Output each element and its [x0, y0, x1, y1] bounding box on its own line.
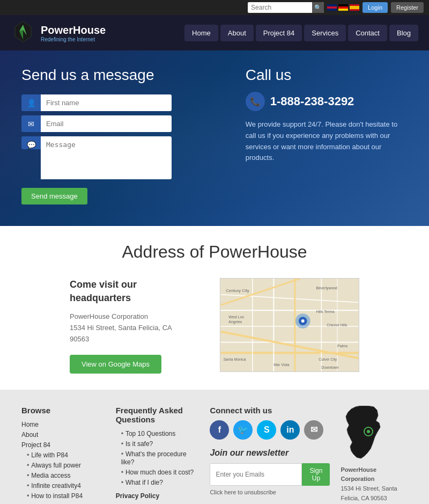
nav-blog[interactable]: Blog — [389, 25, 418, 41]
email-icon: ✉ — [21, 115, 41, 132]
faq-4[interactable]: How much does it cost? — [125, 469, 194, 476]
flag-uk[interactable] — [327, 4, 337, 11]
social-icons: f 🐦 S in ✉ — [210, 420, 330, 440]
flag-icons — [327, 4, 359, 11]
svg-point-32 — [367, 430, 370, 433]
california-shape — [341, 406, 383, 459]
svg-text:Century City: Century City — [226, 288, 249, 293]
email-field: ✉ — [21, 115, 172, 132]
top-bar: 🔍 Login Register — [0, 0, 429, 15]
search-button[interactable]: 🔍 — [312, 2, 324, 13]
visit-title: Come visit our headquarters — [70, 278, 188, 305]
register-button[interactable]: Register — [391, 2, 424, 13]
hero-section: Send us a message 👤 ✉ 💬 Send message Cal… — [0, 50, 429, 226]
svg-text:Santa Monica: Santa Monica — [223, 357, 246, 361]
contact-title: Send us a message — [21, 67, 224, 84]
logo-name: PowerHouse — [41, 24, 106, 36]
svg-text:Downtown: Downtown — [321, 366, 338, 369]
company-address: PowerHouse Corporation 1534 Hi Street, S… — [70, 311, 188, 345]
footer-sub-2[interactable]: Always full power — [31, 462, 81, 469]
faq-5[interactable]: What if I die? — [125, 479, 163, 486]
firstname-input[interactable] — [41, 94, 172, 111]
newsletter-wrap: Sign Up — [210, 463, 330, 486]
footer-privacy[interactable]: Privacy Policy — [116, 492, 159, 500]
other-links: Privacy Policy Sitemap Job Opportunities… — [116, 492, 199, 504]
flag-de[interactable] — [338, 4, 348, 11]
address-title: Address of PowerHouse — [21, 242, 408, 262]
footer-sub-3[interactable]: Media access — [31, 472, 70, 479]
nav-home[interactable]: Home — [184, 25, 218, 41]
nav-project84[interactable]: Project 84 — [256, 25, 302, 41]
browse-list: Home About Project 84 Life with P84 Alwa… — [21, 420, 105, 504]
footer-home[interactable]: Home — [21, 421, 39, 428]
svg-point-18 — [301, 319, 305, 323]
footer-project84[interactable]: Project 84 — [21, 441, 50, 449]
footer-sub-4[interactable]: Infinite creativity4 — [31, 482, 81, 490]
svg-text:Palms: Palms — [337, 345, 348, 348]
footer-address: PowerHouse Corporation 1534 Hi Street, S… — [341, 465, 408, 503]
footer-about[interactable]: About — [21, 431, 38, 439]
connect-column: Connect with us f 🐦 S in ✉ Join our news… — [210, 406, 330, 504]
skype-icon[interactable]: S — [257, 420, 276, 440]
email-social-icon[interactable]: ✉ — [304, 420, 323, 440]
svg-text:Hills Terma: Hills Terma — [316, 310, 334, 313]
phone-icon: 📞 — [246, 92, 265, 111]
nav-about[interactable]: About — [220, 25, 254, 41]
flag-es[interactable] — [350, 4, 359, 11]
project84-sublist: Life with P84 Always full power Media ac… — [21, 451, 105, 500]
firstname-field: 👤 — [21, 94, 172, 111]
twitter-icon[interactable]: 🐦 — [233, 420, 253, 440]
svg-text:Beverlywood: Beverlywood — [316, 286, 337, 290]
faq-1[interactable]: Top 10 Questions — [125, 430, 175, 437]
nav-services[interactable]: Services — [304, 25, 346, 41]
search-input[interactable] — [248, 2, 312, 13]
browse-column: Browse Home About Project 84 Life with P… — [21, 406, 105, 504]
logo-icon — [11, 20, 35, 45]
svg-text:West Los: West Los — [228, 315, 244, 319]
newsletter-input[interactable] — [210, 463, 302, 486]
footer-content: Browse Home About Project 84 Life with P… — [21, 406, 408, 504]
newsletter-title: Join our newsletter — [210, 448, 330, 458]
message-icon: 💬 — [21, 136, 41, 149]
header: PowerHouse Redefining the Internet Home … — [0, 15, 429, 50]
search-wrap: 🔍 — [248, 2, 324, 13]
faq-list: Top 10 Questions Is it safe? What's the … — [116, 429, 199, 486]
svg-text:Cheviot Hills: Cheviot Hills — [327, 323, 347, 327]
login-button[interactable]: Login — [363, 2, 388, 13]
svg-text:Mar Vista: Mar Vista — [273, 363, 289, 367]
facebook-icon[interactable]: f — [210, 420, 229, 440]
email-input[interactable] — [41, 115, 172, 132]
browse-title: Browse — [21, 406, 105, 415]
map-image: Century City Beverlywood West Los Angele… — [220, 278, 359, 372]
phone-number: 1-888-238-3292 — [270, 94, 354, 108]
call-section: Call us 📞 1-888-238-3292 We provide supp… — [246, 67, 408, 204]
linkedin-icon[interactable]: in — [280, 420, 300, 440]
message-field: 💬 — [21, 136, 172, 179]
svg-text:Angeles: Angeles — [228, 320, 242, 324]
footer-logo-column: PowerHouse Corporation 1534 Hi Street, S… — [341, 406, 408, 504]
address-info: Come visit our headquarters PowerHouse C… — [70, 278, 188, 374]
svg-text:Culver City: Culver City — [319, 357, 337, 362]
faq-3[interactable]: What's the procedure like? — [121, 450, 187, 466]
connect-title: Connect with us — [210, 406, 330, 415]
footer: Browse Home About Project 84 Life with P… — [0, 390, 429, 504]
map-button[interactable]: View on Google Maps — [70, 355, 161, 374]
person-icon: 👤 — [21, 94, 41, 111]
faq-2[interactable]: Is it safe? — [125, 440, 153, 448]
unsubscribe-link[interactable]: Click here to unsubscribe — [210, 489, 276, 495]
signup-button[interactable]: Sign Up — [302, 463, 330, 486]
nav-contact[interactable]: Contact — [348, 25, 387, 41]
logo-text: PowerHouse Redefining the Internet — [41, 24, 106, 42]
support-text: We provide support 24/7. Please don't he… — [246, 119, 408, 164]
send-button[interactable]: Send message — [21, 188, 87, 204]
faq-title: Frequently Asked Questions — [116, 406, 199, 424]
message-input[interactable] — [41, 136, 172, 179]
main-nav: Home About Project 84 Services Contact B… — [184, 25, 418, 41]
footer-sub-5[interactable]: How to install P84 — [31, 492, 83, 500]
address-section: Address of PowerHouse Come visit our hea… — [0, 226, 429, 390]
faq-column: Frequently Asked Questions Top 10 Questi… — [116, 406, 199, 504]
logo-wrap: PowerHouse Redefining the Internet — [11, 20, 106, 45]
footer-sub-1[interactable]: Life with P84 — [31, 451, 68, 459]
logo-tagline: Redefining the Internet — [41, 36, 106, 42]
address-content: Come visit our headquarters PowerHouse C… — [21, 278, 408, 374]
